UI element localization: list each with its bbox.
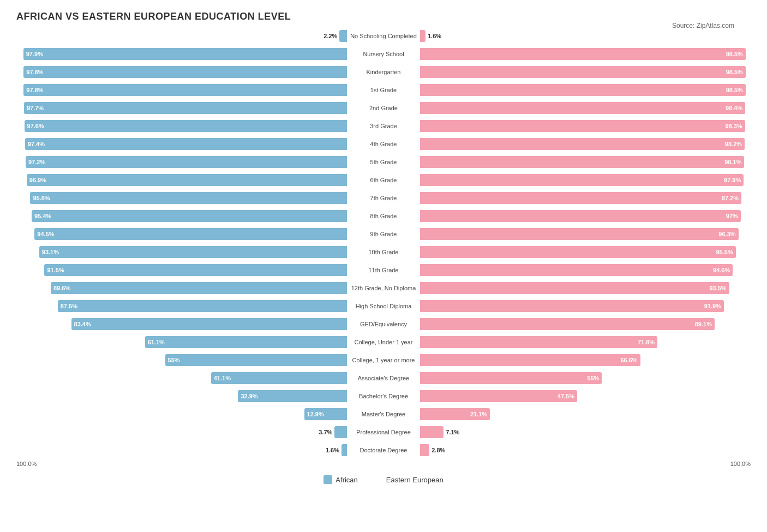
african-bar: 87.5% [58,300,347,312]
row-label: Associate's Degree [347,375,421,381]
eastern-bar: 97% [420,210,741,222]
eastern-bar-value: 98.4% [726,105,742,111]
chart-title: AFRICAN VS EASTERN EUROPEAN EDUCATION LE… [16,11,751,22]
eastern-bar: 96.3% [420,228,738,240]
african-bar: 94.5% [34,228,346,240]
african-bar: 91.5% [44,264,346,276]
left-bar-container: 12.9% [16,406,347,422]
eastern-bar-value: 97.9% [724,177,741,183]
african-bar-value: 96.9% [29,177,46,183]
african-bar: 97.2% [26,156,347,168]
african-bar [334,426,346,438]
african-bar: 97.8% [23,66,346,78]
row-label: Professional Degree [347,429,421,435]
left-bar-container: 97.8% [16,64,347,80]
african-bar-value: 12.9% [307,411,324,417]
row-label: 3rd Grade [347,123,421,129]
african-bar [341,444,347,456]
african-bar-value: 97.6% [27,123,44,129]
eastern-bar: 98.4% [420,102,745,114]
african-bar [339,30,346,42]
bottom-left-label: 100.0% [16,461,37,467]
african-legend-label: African [335,476,357,484]
african-bar-value: 97.8% [26,69,43,75]
eastern-bar-value: 93.5% [709,285,726,291]
african-bar-value: 95.4% [34,213,51,219]
eastern-bar: 98.3% [420,120,745,132]
chart-row: 2.2% No Schooling Completed 1.6% [16,28,751,44]
african-bar-value: 32.9% [241,393,257,399]
african-bar-value: 83.4% [74,321,91,327]
chart-row: 12.9% Master's Degree 21.1% [16,406,751,422]
eastern-bar-value: 47.5% [558,393,574,399]
row-label: 4th Grade [347,141,421,147]
right-bar-container: 66.6% [420,352,751,368]
african-value: 1.6% [326,447,339,453]
left-bar-container: 32.9% [16,388,347,404]
chart-row: 97.8% 1st Grade 98.5% [16,82,751,98]
left-bar-container: 61.1% [16,334,347,350]
right-bar-container: 98.2% [420,136,751,152]
african-bar: 97.7% [24,102,347,114]
chart-row: 89.6% 12th Grade, No Diploma 93.5% [16,280,751,296]
chart-row: 55% College, 1 year or more 66.6% [16,352,751,368]
eastern-bar: 66.6% [420,354,640,366]
african-bar: 12.9% [304,408,347,420]
eastern-bar-value: 55% [587,375,599,381]
african-bar: 97.6% [25,120,347,132]
eastern-bar: 95.5% [420,246,735,258]
eastern-bar-value: 66.6% [620,357,637,363]
african-bar-value: 89.6% [53,285,70,291]
eastern-bar-value: 71.8% [638,339,655,345]
eastern-legend-label: Eastern European [386,476,444,484]
african-bar-value: 97.4% [28,141,45,147]
african-bar-value: 97.9% [26,51,43,57]
african-bar: 97.4% [25,138,347,150]
eastern-bar-value: 96.3% [718,231,735,237]
legend-eastern: Eastern European [374,475,444,484]
right-bar-container: 94.6% [420,262,751,278]
row-label: 2nd Grade [347,105,421,111]
left-bar-container: 94.5% [16,226,347,242]
african-bar-value: 97.7% [27,105,44,111]
row-label: Bachelor's Degree [347,393,421,399]
eastern-bar-value: 91.9% [704,303,721,309]
row-label: 11th Grade [347,267,421,273]
eastern-bar-value: 98.5% [726,51,743,57]
chart-row: 95.4% 8th Grade 97% [16,208,751,224]
african-legend-box [323,475,332,484]
eastern-bar: 97.2% [420,192,741,204]
row-label: Doctorate Degree [347,447,421,453]
african-bar-value: 95.8% [33,195,50,201]
row-label: 7th Grade [347,195,421,201]
african-bar: 41.1% [211,372,347,384]
left-bar-container: 97.7% [16,100,347,116]
eastern-bar [420,426,444,438]
bottom-axis-labels: 100.0% 100.0% [16,461,751,467]
african-bar-value: 55% [168,357,180,363]
left-bar-container: 1.6% [16,442,347,458]
african-bar-value: 93.1% [42,249,59,255]
right-bar-container: 91.9% [420,298,751,314]
eastern-bar: 55% [420,372,602,384]
left-bar-container: 2.2% [16,28,347,44]
eastern-bar: 97.9% [420,174,744,186]
eastern-value: 2.8% [432,447,445,453]
african-bar: 32.9% [238,390,346,402]
african-bar-value: 91.5% [47,267,64,273]
african-bar-value: 41.1% [214,375,231,381]
african-bar: 93.1% [39,246,347,258]
chart-row: 95.8% 7th Grade 97.2% [16,190,751,206]
african-bar: 95.8% [30,192,346,204]
right-bar-container: 97.9% [420,172,751,188]
african-bar: 95.4% [32,210,347,222]
right-bar-container: 55% [420,370,751,386]
right-bar-container: 96.3% [420,226,751,242]
chart-row: 96.9% 6th Grade 97.9% [16,172,751,188]
african-bar: 61.1% [145,336,347,348]
left-bar-container: 97.6% [16,118,347,134]
chart-container: 2.2% No Schooling Completed 1.6% 97.9% N… [16,28,751,458]
chart-row: 32.9% Bachelor's Degree 47.5% [16,388,751,404]
eastern-bar: 98.2% [420,138,745,150]
eastern-bar-value: 98.5% [726,87,743,93]
